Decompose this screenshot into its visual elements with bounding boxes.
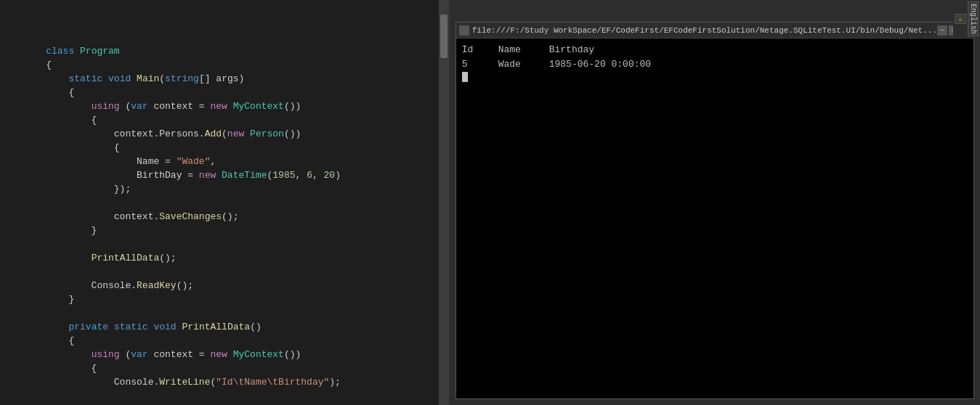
code-line: using (var context = new MyContext()) bbox=[0, 99, 449, 113]
warning-icon: ⚠ bbox=[958, 15, 962, 23]
line-content: { bbox=[23, 361, 446, 375]
minimize-button[interactable]: — bbox=[937, 25, 947, 36]
console-title-text: file:///F:/Study WorkSpace/EF/CodeFirst/… bbox=[472, 26, 937, 35]
cell-id: 5 bbox=[462, 57, 498, 72]
cell-birthday: 1985-06-20 0:00:00 bbox=[549, 57, 694, 72]
console-titlebar: file:///F:/Study WorkSpace/EF/CodeFirst/… bbox=[456, 22, 973, 38]
console-body: Id Name Birthday 5Wade1985-06-20 0:00:00 bbox=[456, 38, 973, 398]
code-editor: class Program { static void Main(string[… bbox=[0, 0, 450, 405]
table-row: 5Wade1985-06-20 0:00:00 bbox=[462, 57, 968, 72]
code-line: BirthDay = new DateTime(1985, 6, 20) bbox=[0, 168, 449, 182]
console-app-icon bbox=[459, 25, 469, 36]
code-line bbox=[0, 389, 449, 403]
code-line bbox=[0, 196, 449, 210]
line-content: { bbox=[23, 86, 446, 99]
line-content: }); bbox=[23, 182, 446, 196]
code-line: private static void PrintAllData() bbox=[0, 320, 449, 334]
code-line: { bbox=[0, 141, 449, 155]
line-content: private static void PrintAllData() bbox=[23, 320, 446, 334]
code-area: class Program { static void Main(string[… bbox=[0, 0, 449, 405]
col-name-header: Name bbox=[498, 43, 549, 57]
console-title: file:///F:/Study WorkSpace/EF/CodeFirst/… bbox=[459, 25, 937, 36]
scrollbar-thumb[interactable] bbox=[440, 15, 448, 58]
code-line: { bbox=[0, 361, 449, 375]
line-content: Console.ReadKey(); bbox=[23, 279, 446, 292]
code-line: } bbox=[0, 292, 449, 306]
line-content: context.SaveChanges(); bbox=[23, 210, 446, 224]
line-content: { bbox=[23, 334, 446, 348]
code-line: context.SaveChanges(); bbox=[0, 210, 449, 224]
line-content: } bbox=[23, 292, 446, 306]
code-line: { bbox=[0, 58, 449, 72]
code-line bbox=[0, 306, 449, 320]
line-content: using (var context = new MyContext()) bbox=[23, 348, 446, 361]
line-content: { bbox=[23, 141, 446, 155]
line-content: static void Main(string[] args) bbox=[23, 72, 446, 86]
code-line bbox=[0, 265, 449, 279]
col-birthday-header: Birthday bbox=[549, 43, 694, 57]
code-line: PrintAllData(); bbox=[0, 251, 449, 265]
line-content: { bbox=[23, 113, 446, 127]
code-line: static void Main(string[] args) bbox=[0, 72, 449, 86]
line-content: Name = "Wade", bbox=[23, 155, 446, 168]
line-content: BirthDay = new DateTime(1985, 6, 20) bbox=[23, 168, 446, 182]
line-content: } bbox=[23, 224, 446, 237]
cursor bbox=[462, 72, 468, 82]
code-line bbox=[0, 237, 449, 251]
console-panel: ⚠ English file:///F:/Study WorkSpace/EF/… bbox=[450, 0, 980, 405]
code-line: using (var context = new MyContext()) bbox=[0, 348, 449, 361]
editor-scrollbar[interactable] bbox=[439, 0, 449, 405]
code-line: context.Persons.Add(new Person()) bbox=[0, 127, 449, 141]
toolbar-top: ⚠ English bbox=[953, 0, 980, 38]
code-line: }); bbox=[0, 182, 449, 196]
col-id-header: Id bbox=[462, 43, 498, 57]
line-content: context.Persons.Add(new Person()) bbox=[23, 127, 446, 141]
code-line: Name = "Wade", bbox=[0, 155, 449, 168]
console-cursor-line bbox=[462, 72, 968, 82]
line-content: Console.WriteLine("Id\tName\tBirthday"); bbox=[23, 375, 446, 389]
warning-button[interactable]: ⚠ bbox=[955, 14, 966, 24]
code-line: } bbox=[0, 224, 449, 237]
code-line: { bbox=[0, 334, 449, 348]
console-data-rows: 5Wade1985-06-20 0:00:00 bbox=[462, 57, 968, 72]
code-line: { bbox=[0, 86, 449, 99]
language-label: English bbox=[968, 1, 979, 36]
cell-name: Wade bbox=[498, 57, 549, 72]
line-content: { bbox=[23, 58, 446, 72]
code-line: Console.ReadKey(); bbox=[0, 279, 449, 292]
code-line: { bbox=[0, 113, 449, 127]
console-header-row: Id Name Birthday bbox=[462, 43, 968, 57]
code-line: class Program bbox=[0, 44, 449, 58]
line-content: PrintAllData(); bbox=[23, 251, 446, 265]
line-content: class Program bbox=[23, 44, 446, 58]
code-line: Console.WriteLine("Id\tName\tBirthday"); bbox=[0, 375, 449, 389]
console-window: file:///F:/Study WorkSpace/EF/CodeFirst/… bbox=[455, 22, 974, 399]
line-content: using (var context = new MyContext()) bbox=[23, 99, 446, 113]
